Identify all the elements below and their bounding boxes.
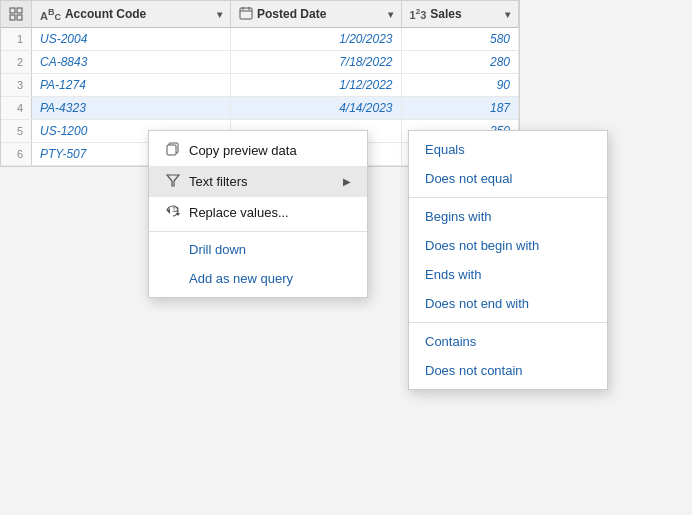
- svg-text:2: 2: [175, 206, 179, 213]
- begins-with-label: Begins with: [425, 209, 491, 224]
- replace-icon: 1 2: [165, 204, 181, 221]
- posted-date-cell: 4/14/2023: [231, 97, 402, 120]
- does-not-begin-with-item[interactable]: Does not begin with: [409, 231, 607, 260]
- does-not-contain-item[interactable]: Does not contain: [409, 356, 607, 385]
- posted-date-label: Posted Date: [257, 7, 326, 21]
- contains-label: Contains: [425, 334, 476, 349]
- svg-marker-10: [167, 175, 179, 186]
- number-type-icon: 123: [410, 7, 427, 21]
- does-not-begin-with-label: Does not begin with: [425, 238, 539, 253]
- row-number: 5: [1, 120, 32, 143]
- text-filters-submenu: Equals Does not equal Begins with Does n…: [408, 130, 608, 390]
- add-new-query-label: Add as new query: [189, 271, 293, 286]
- sales-cell: 280: [401, 51, 518, 74]
- table-row: 2CA-88437/18/2022280: [1, 51, 519, 74]
- svg-rect-3: [17, 15, 22, 20]
- sales-cell: 90: [401, 74, 518, 97]
- table-row: 4PA-43234/14/2023187: [1, 97, 519, 120]
- contains-item[interactable]: Contains: [409, 327, 607, 356]
- menu-separator-1: [149, 231, 367, 232]
- date-type-icon: [239, 6, 253, 22]
- sales-label: Sales: [430, 7, 461, 21]
- filter-icon: [165, 173, 181, 190]
- submenu-separator-2: [409, 322, 607, 323]
- copy-icon: [165, 142, 181, 159]
- calendar-icon: [239, 6, 253, 20]
- posted-date-dropdown[interactable]: ▾: [388, 9, 393, 20]
- drill-down-label: Drill down: [189, 242, 246, 257]
- sales-cell: 187: [401, 97, 518, 120]
- row-number: 2: [1, 51, 32, 74]
- text-type-icon: ABC: [40, 7, 61, 22]
- sales-dropdown[interactable]: ▾: [505, 9, 510, 20]
- row-number: 1: [1, 28, 32, 51]
- text-filters-item[interactable]: Text filters ▶: [149, 166, 367, 197]
- copy-preview-label: Copy preview data: [189, 143, 297, 158]
- ends-with-label: Ends with: [425, 267, 481, 282]
- copy-svg-icon: [166, 142, 180, 156]
- posted-date-cell: 1/12/2022: [231, 74, 402, 97]
- svg-rect-4: [240, 8, 252, 19]
- account-code-cell: US-2004: [32, 28, 231, 51]
- svg-rect-1: [17, 8, 22, 13]
- row-number: 3: [1, 74, 32, 97]
- text-filters-label: Text filters: [189, 174, 248, 189]
- does-not-equal-item[interactable]: Does not equal: [409, 164, 607, 193]
- posted-date-header[interactable]: Posted Date ▾: [231, 1, 402, 28]
- ends-with-item[interactable]: Ends with: [409, 260, 607, 289]
- svg-rect-2: [10, 15, 15, 20]
- equals-item[interactable]: Equals: [409, 135, 607, 164]
- does-not-contain-label: Does not contain: [425, 363, 523, 378]
- row-number: 4: [1, 97, 32, 120]
- table-row: 3PA-12741/12/202290: [1, 74, 519, 97]
- table-row: 1US-20041/20/2023580: [1, 28, 519, 51]
- posted-date-cell: 1/20/2023: [231, 28, 402, 51]
- sales-cell: 580: [401, 28, 518, 51]
- text-filters-arrow: ▶: [343, 176, 351, 187]
- account-code-label: Account Code: [65, 7, 146, 21]
- submenu-separator-1: [409, 197, 607, 198]
- replace-values-item[interactable]: 1 2 Replace values...: [149, 197, 367, 228]
- row-num-header: [1, 1, 32, 28]
- context-menu: Copy preview data Text filters ▶ 1 2 Rep…: [148, 130, 368, 298]
- replace-values-label: Replace values...: [189, 205, 289, 220]
- equals-label: Equals: [425, 142, 465, 157]
- sales-header[interactable]: 123 Sales ▾: [401, 1, 518, 28]
- does-not-end-with-label: Does not end with: [425, 296, 529, 311]
- row-number: 6: [1, 143, 32, 166]
- account-code-cell: CA-8843: [32, 51, 231, 74]
- account-code-cell: PA-4323: [32, 97, 231, 120]
- account-code-dropdown[interactable]: ▾: [217, 9, 222, 20]
- grid-icon: [9, 7, 23, 21]
- does-not-equal-label: Does not equal: [425, 171, 512, 186]
- account-code-header[interactable]: ABC Account Code ▾: [32, 1, 231, 28]
- copy-preview-item[interactable]: Copy preview data: [149, 135, 367, 166]
- svg-rect-9: [167, 145, 176, 155]
- filter-svg-icon: [166, 173, 180, 187]
- replace-svg-icon: 1 2: [165, 204, 181, 218]
- does-not-end-with-item[interactable]: Does not end with: [409, 289, 607, 318]
- drill-down-item[interactable]: Drill down: [149, 235, 367, 264]
- add-new-query-item[interactable]: Add as new query: [149, 264, 367, 293]
- begins-with-item[interactable]: Begins with: [409, 202, 607, 231]
- svg-rect-0: [10, 8, 15, 13]
- posted-date-cell: 7/18/2022: [231, 51, 402, 74]
- account-code-cell: PA-1274: [32, 74, 231, 97]
